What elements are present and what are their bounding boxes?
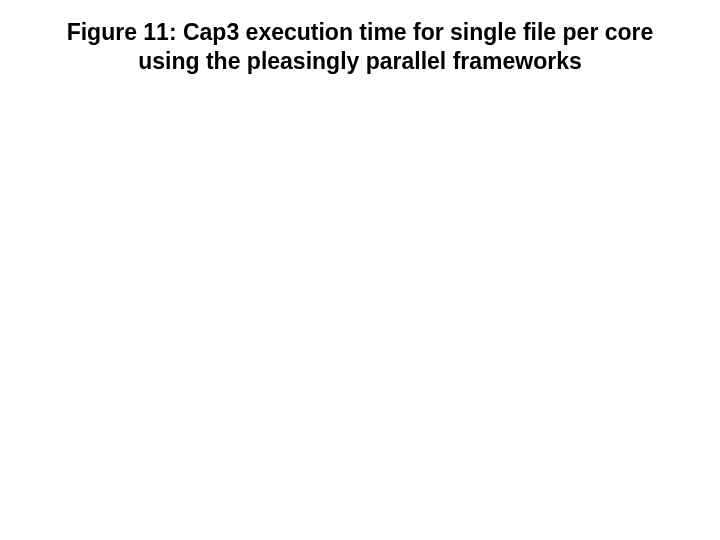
caption-line-1: Figure 11: Cap3 execution time for singl… (67, 19, 654, 45)
caption-line-2: using the pleasingly parallel frameworks (138, 48, 582, 74)
figure-caption: Figure 11: Cap3 execution time for singl… (0, 18, 720, 76)
